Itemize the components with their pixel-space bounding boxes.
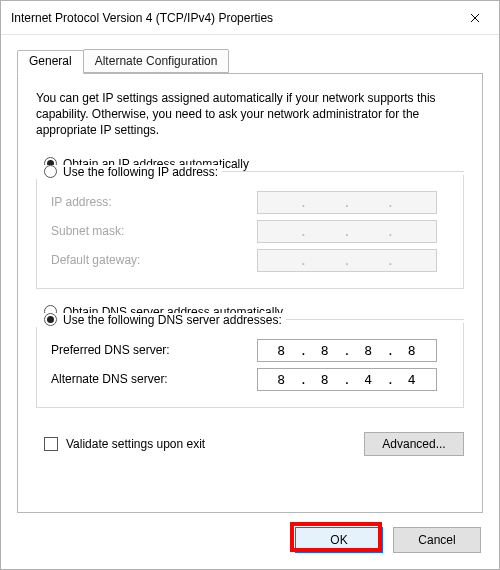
tab-general[interactable]: General [17, 50, 84, 74]
field-default-gateway: Default gateway: . . . [51, 249, 449, 272]
tab-strip: General Alternate Configuration [17, 49, 483, 73]
field-label: Subnet mask: [51, 224, 257, 238]
ip-address-input: . . . [257, 191, 437, 214]
advanced-button[interactable]: Advanced... [364, 432, 464, 456]
field-alternate-dns: Alternate DNS server: 8. 8. 4. 4 [51, 368, 449, 391]
titlebar: Internet Protocol Version 4 (TCP/IPv4) P… [1, 1, 499, 35]
dns-manual-fieldset: Use the following DNS server addresses: … [36, 323, 464, 408]
validate-checkbox[interactable] [44, 437, 58, 451]
close-button[interactable] [453, 3, 497, 33]
radio-label: Use the following DNS server addresses: [63, 313, 282, 327]
field-label: Default gateway: [51, 253, 257, 267]
field-subnet-mask: Subnet mask: . . . [51, 220, 449, 243]
tab-label: Alternate Configuration [95, 54, 218, 68]
field-ip-address: IP address: . . . [51, 191, 449, 214]
alternate-dns-input[interactable]: 8. 8. 4. 4 [257, 368, 437, 391]
ip-manual-fieldset: Use the following IP address: IP address… [36, 175, 464, 289]
field-label: Alternate DNS server: [51, 372, 257, 386]
validate-row: Validate settings upon exit Advanced... [36, 432, 464, 456]
radio-ip-manual[interactable]: Use the following IP address: [36, 165, 222, 179]
dialog-button-row: OK Cancel [17, 513, 483, 553]
field-preferred-dns: Preferred DNS server: 8. 8. 8. 8 [51, 339, 449, 362]
radio-dns-manual[interactable]: Use the following DNS server addresses: [36, 313, 286, 327]
client-area: General Alternate Configuration You can … [1, 35, 499, 569]
ok-button[interactable]: OK [295, 527, 383, 553]
radio-label: Use the following IP address: [63, 165, 218, 179]
tab-label: General [29, 54, 72, 68]
subnet-mask-input: . . . [257, 220, 437, 243]
validate-label: Validate settings upon exit [66, 437, 205, 451]
radio-icon [44, 313, 57, 326]
tab-panel-general: You can get IP settings assigned automat… [17, 73, 483, 513]
tab-alternate-configuration[interactable]: Alternate Configuration [83, 49, 230, 73]
field-label: IP address: [51, 195, 257, 209]
dialog-window: Internet Protocol Version 4 (TCP/IPv4) P… [0, 0, 500, 570]
field-label: Preferred DNS server: [51, 343, 257, 357]
default-gateway-input: . . . [257, 249, 437, 272]
preferred-dns-input[interactable]: 8. 8. 8. 8 [257, 339, 437, 362]
cancel-button[interactable]: Cancel [393, 527, 481, 553]
close-icon [470, 13, 480, 23]
window-title: Internet Protocol Version 4 (TCP/IPv4) P… [11, 11, 453, 25]
radio-icon [44, 165, 57, 178]
description-text: You can get IP settings assigned automat… [36, 90, 464, 139]
